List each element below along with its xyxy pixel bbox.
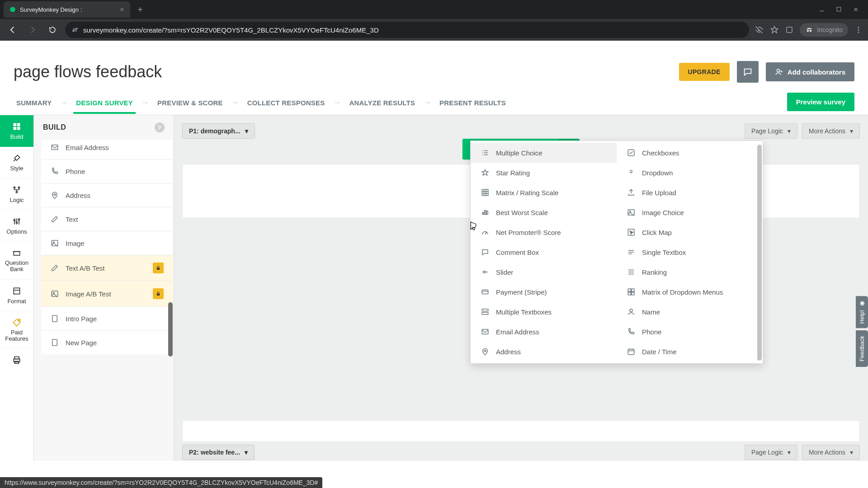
- image-icon: [50, 239, 59, 248]
- build-item[interactable]: Image A/B Test: [41, 281, 173, 306]
- qtype-item[interactable]: Multiple Choice: [471, 143, 617, 163]
- upgrade-button[interactable]: UPGRADE: [679, 63, 730, 81]
- bookmark-star-icon[interactable]: [770, 25, 779, 34]
- page-2-card[interactable]: [182, 420, 860, 442]
- qtype-icon: [627, 168, 636, 177]
- qtype-item[interactable]: Matrix of Dropdown Menus: [617, 282, 763, 302]
- help-float-button[interactable]: Help! ◉: [856, 296, 868, 328]
- qtype-label: Address: [496, 348, 521, 356]
- qtype-item[interactable]: Payment (Stripe): [471, 282, 617, 302]
- qtype-item[interactable]: Ranking: [617, 262, 763, 282]
- comment-button[interactable]: [737, 61, 759, 83]
- qtype-item[interactable]: Dropdown: [617, 163, 763, 183]
- add-collaborators-button[interactable]: Add collaborators: [766, 62, 854, 81]
- minimize-icon[interactable]: [819, 6, 825, 13]
- help-icon[interactable]: ?: [155, 122, 165, 132]
- kebab-menu-icon[interactable]: [854, 26, 863, 34]
- svg-rect-38: [482, 290, 488, 294]
- build-item[interactable]: Address: [41, 183, 173, 207]
- qtype-item[interactable]: Star Rating: [471, 163, 617, 183]
- qtype-item[interactable]: Net Promoter® Score: [471, 222, 617, 242]
- qtype-item[interactable]: Image Choice: [617, 202, 763, 222]
- site-settings-icon[interactable]: [71, 26, 79, 33]
- pipeline-summary[interactable]: SUMMARY: [14, 94, 54, 114]
- build-item-label: New Page: [66, 339, 97, 347]
- qtype-item[interactable]: Single Textbox: [617, 242, 763, 262]
- build-heading: BUILD ?: [34, 115, 174, 140]
- reload-button[interactable]: [45, 23, 60, 37]
- qtype-item[interactable]: Address: [471, 342, 617, 361]
- svg-rect-11: [14, 127, 17, 130]
- chevron-down-icon: ▾: [850, 449, 853, 456]
- menu-scrollbar-thumb[interactable]: [757, 145, 762, 361]
- qtype-item[interactable]: Multiple Textboxes: [471, 302, 617, 322]
- address-bar[interactable]: surveymonkey.com/create/?sm=rsYO2R2V0EQO…: [65, 22, 749, 38]
- vtab-build[interactable]: Build: [0, 115, 33, 147]
- build-item[interactable]: Text: [41, 207, 173, 231]
- page-selector-2[interactable]: P2: website fee... ▾: [182, 445, 255, 460]
- vtab-options[interactable]: Options: [0, 210, 33, 242]
- scrollbar-thumb[interactable]: [168, 302, 173, 357]
- qtype-item[interactable]: Email Address: [471, 322, 617, 342]
- qtype-item[interactable]: File Upload: [617, 183, 763, 202]
- svg-rect-29: [157, 268, 160, 270]
- chevron-down-icon: ▾: [245, 449, 248, 456]
- qtype-label: Multiple Textboxes: [496, 308, 552, 316]
- back-button[interactable]: [5, 23, 20, 37]
- logic-icon: [12, 185, 22, 195]
- extensions-icon[interactable]: [785, 26, 793, 34]
- qtype-item[interactable]: Comment Box: [471, 242, 617, 262]
- qtype-item[interactable]: Click Map: [617, 222, 763, 242]
- qtype-icon: [481, 188, 490, 197]
- build-item[interactable]: Email Address: [41, 140, 173, 159]
- pipeline-present[interactable]: PRESENT RESULTS: [437, 94, 509, 114]
- vtab-logic[interactable]: Logic: [0, 178, 33, 210]
- close-window-icon[interactable]: [853, 6, 859, 13]
- browser-tab[interactable]: SurveyMonkey Design :: [4, 1, 130, 18]
- page-logic-dropdown-2[interactable]: Page Logic ▾: [745, 445, 797, 460]
- build-item[interactable]: Text A/B Test: [41, 255, 173, 281]
- chevron-right-icon: →: [333, 98, 341, 108]
- qtype-item[interactable]: Checkboxes: [617, 143, 763, 163]
- qtype-item[interactable]: Phone: [617, 322, 763, 342]
- vtab-format[interactable]: Format: [0, 280, 33, 311]
- build-item[interactable]: Image: [41, 231, 173, 255]
- build-item[interactable]: Intro Page: [41, 306, 173, 330]
- build-item[interactable]: New Page: [41, 330, 173, 354]
- qtype-label: Comment Box: [496, 249, 539, 256]
- pipeline-collect[interactable]: COLLECT RESPONSES: [245, 94, 328, 114]
- page-selector[interactable]: P1: demograph... ▾: [182, 123, 255, 139]
- qtype-item[interactable]: Slider: [471, 262, 617, 282]
- vtab-question-bank[interactable]: Question Bank: [0, 242, 33, 280]
- pipeline-analyze[interactable]: ANALYZE RESULTS: [347, 94, 418, 114]
- qtype-item[interactable]: Matrix / Rating Scale: [471, 183, 617, 202]
- status-bar: https://www.surveymonkey.com/create/?sm=…: [0, 477, 322, 488]
- forward-button[interactable]: [25, 23, 40, 37]
- vtab-style[interactable]: Style: [0, 147, 33, 178]
- eye-off-icon[interactable]: [755, 25, 764, 34]
- qtype-item[interactable]: Best Worst Scale: [471, 202, 617, 222]
- survey-title[interactable]: page flows feedback: [14, 62, 162, 81]
- status-url: https://www.surveymonkey.com/create/?sm=…: [5, 479, 318, 486]
- format-icon: [12, 286, 22, 296]
- page-logic-dropdown[interactable]: Page Logic ▾: [745, 123, 797, 139]
- page-icon: [50, 314, 59, 323]
- vtab-print[interactable]: [0, 349, 33, 371]
- qtype-item[interactable]: Date / Time: [617, 342, 763, 361]
- pipeline-preview[interactable]: PREVIEW & SCORE: [155, 94, 226, 114]
- new-tab-button[interactable]: [134, 3, 146, 16]
- maximize-icon[interactable]: [836, 6, 842, 13]
- more-actions-dropdown[interactable]: More Actions ▾: [802, 123, 860, 139]
- collab-label: Add collaborators: [788, 68, 845, 76]
- pipeline-design[interactable]: DESIGN SURVEY: [73, 94, 136, 114]
- qtype-item[interactable]: Name: [617, 302, 763, 322]
- incognito-badge[interactable]: Incognito: [800, 23, 848, 37]
- more-actions-dropdown-2[interactable]: More Actions ▾: [802, 445, 860, 460]
- close-icon[interactable]: [119, 7, 125, 12]
- vtab-paid-features[interactable]: Paid Features: [0, 311, 33, 349]
- build-item[interactable]: Phone: [41, 159, 173, 183]
- url-text: surveymonkey.com/create/?sm=rsYO2R2V0EQO…: [83, 26, 379, 34]
- preview-survey-button[interactable]: Preview survey: [787, 93, 854, 111]
- svg-rect-25: [52, 145, 58, 150]
- feedback-float-button[interactable]: Feedback: [856, 330, 868, 367]
